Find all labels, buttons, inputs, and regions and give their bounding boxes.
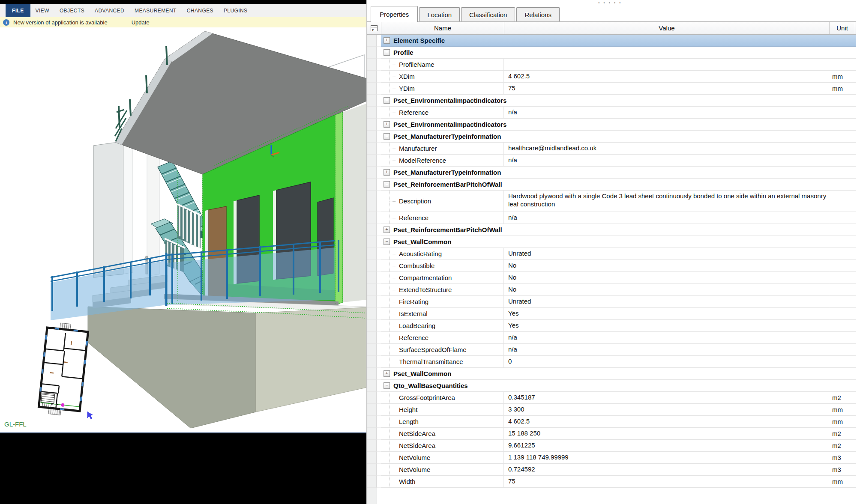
column-header-name[interactable]: Name (381, 22, 504, 34)
row-selector[interactable] (367, 236, 377, 248)
property-row[interactable]: LoadBearingYes (367, 320, 856, 332)
pset-group-row[interactable]: −Pset_ManufacturerTypeInformation (367, 131, 856, 143)
property-row[interactable]: SurfaceSpreadOfFlamen/a (367, 344, 856, 356)
collapse-icon[interactable]: − (384, 49, 390, 56)
row-selector[interactable] (367, 143, 377, 155)
property-value[interactable]: 4 602.5 (504, 416, 829, 427)
property-row[interactable]: FireRatingUnrated (367, 296, 856, 308)
property-row[interactable]: NetVolume1 139 118 749.99999m3 (367, 452, 856, 464)
property-row[interactable]: NetSideArea9.661225m2 (367, 440, 856, 452)
property-row[interactable]: ProfileName (367, 59, 856, 71)
property-value[interactable]: No (504, 284, 829, 295)
row-selector[interactable] (367, 368, 377, 380)
pset-group-row[interactable]: −Pset_ReinforcementBarPitchOfWall (367, 179, 856, 191)
property-row[interactable]: ExtendToStructureNo (367, 284, 856, 296)
update-link[interactable]: Update (132, 19, 150, 26)
expand-icon[interactable]: + (384, 169, 390, 176)
expand-icon[interactable]: + (384, 121, 390, 128)
pset-group-row[interactable]: +Pset_ManufacturerTypeInformation (367, 167, 856, 179)
tab-properties[interactable]: Properties (371, 6, 418, 22)
property-value[interactable]: No (504, 260, 829, 271)
property-value[interactable]: 0 (504, 356, 829, 367)
property-value[interactable]: n/a (504, 155, 829, 166)
menu-item-plugins[interactable]: PLUGINS (219, 4, 252, 17)
column-header-unit[interactable]: Unit (830, 22, 855, 34)
collapse-icon[interactable]: − (384, 133, 390, 140)
pset-group-row[interactable]: +Pset_ReinforcementBarPitchOfWall (367, 224, 856, 236)
property-value[interactable]: 75 (504, 476, 829, 487)
menu-item-objects[interactable]: OBJECTS (54, 4, 90, 17)
row-selector[interactable] (367, 35, 377, 47)
tab-classification[interactable]: Classification (461, 7, 515, 21)
property-row[interactable]: CombustibleNo (367, 260, 856, 272)
menu-item-file[interactable]: FILE (6, 4, 30, 17)
floor-plan-minimap[interactable] (38, 322, 89, 417)
property-value[interactable]: 0.724592 (504, 464, 829, 475)
property-value[interactable]: n/a (504, 332, 829, 343)
pset-group-row[interactable]: −Profile (367, 47, 856, 59)
row-selector[interactable] (367, 107, 377, 119)
property-row[interactable]: CompartmentationNo (367, 272, 856, 284)
row-selector[interactable] (367, 356, 377, 368)
row-selector[interactable] (367, 476, 377, 488)
collapse-icon[interactable]: − (384, 97, 390, 104)
property-row[interactable]: Width75mm (367, 476, 856, 488)
viewport-3d[interactable] (0, 27, 366, 433)
property-row[interactable]: ModelReferencen/a (367, 155, 856, 167)
side-wall[interactable] (343, 104, 366, 302)
pset-group-row[interactable]: −Pset_WallCommon (367, 236, 856, 248)
property-row[interactable]: Manufacturerhealthcare@midlandlead.co.uk (367, 143, 856, 155)
row-selector[interactable] (367, 260, 377, 272)
row-selector[interactable] (367, 440, 377, 452)
row-selector[interactable] (367, 155, 377, 167)
row-selector[interactable] (367, 59, 377, 71)
concrete-column[interactable] (93, 141, 123, 277)
property-value[interactable]: 15 188 250 (504, 428, 829, 439)
row-selector[interactable] (367, 416, 377, 428)
property-value[interactable]: Unrated (504, 248, 829, 259)
menu-item-view[interactable]: VIEW (30, 4, 54, 17)
property-row[interactable]: NetVolume0.724592m3 (367, 464, 856, 476)
property-value[interactable] (504, 59, 829, 70)
property-value[interactable]: 1 139 118 749.99999 (504, 452, 829, 463)
foundation-left-face[interactable] (88, 307, 256, 428)
row-selector[interactable] (367, 224, 377, 236)
property-value[interactable]: 3 300 (504, 404, 829, 415)
menu-item-changes[interactable]: CHANGES (182, 4, 219, 17)
property-value[interactable]: n/a (504, 344, 829, 355)
property-value[interactable]: healthcare@midlandlead.co.uk (504, 143, 829, 154)
section-row[interactable]: +Element Specific (367, 35, 856, 47)
row-selector[interactable] (367, 428, 377, 440)
property-value[interactable]: 0.345187 (504, 392, 829, 403)
property-row[interactable]: Referencen/a (367, 332, 856, 344)
row-selector[interactable] (367, 332, 377, 344)
row-selector[interactable] (367, 380, 377, 392)
property-value[interactable]: n/a (504, 212, 829, 224)
pset-group-row[interactable]: +Pset_WallCommon (367, 368, 856, 380)
row-selector[interactable] (367, 131, 377, 143)
row-selector[interactable] (367, 452, 377, 464)
row-selector[interactable] (367, 119, 377, 131)
tab-location[interactable]: Location (419, 7, 460, 21)
row-selector[interactable] (367, 179, 377, 191)
tab-relations[interactable]: Relations (516, 7, 560, 21)
splitter-handle[interactable]: • • • • • (598, 0, 622, 5)
property-row[interactable]: YDim75mm (367, 83, 856, 95)
pset-group-row[interactable]: −Pset_EnvironmentalImpactIndicators (367, 95, 856, 107)
property-value[interactable]: 75 (504, 83, 829, 94)
row-selector[interactable] (367, 404, 377, 416)
property-value[interactable]: Yes (504, 308, 829, 319)
property-row[interactable]: DescriptionHardwood plywood with a singl… (367, 191, 856, 212)
menu-item-advanced[interactable]: ADVANCED (90, 4, 129, 17)
property-row[interactable]: ThermalTransmittance0 (367, 356, 856, 368)
row-selector[interactable] (367, 308, 377, 320)
row-selector[interactable] (367, 248, 377, 260)
property-row[interactable]: GrossFootprintArea0.345187m2 (367, 392, 856, 404)
menu-item-measurement[interactable]: MEASUREMENT (129, 4, 182, 17)
property-row[interactable]: NetSideArea15 188 250m2 (367, 428, 856, 440)
property-row[interactable]: Referencen/a (367, 212, 856, 224)
column-header-value[interactable]: Value (504, 22, 830, 34)
row-selector[interactable] (367, 95, 377, 107)
collapse-icon[interactable]: − (384, 239, 390, 245)
property-row[interactable]: AcousticRatingUnrated (367, 248, 856, 260)
